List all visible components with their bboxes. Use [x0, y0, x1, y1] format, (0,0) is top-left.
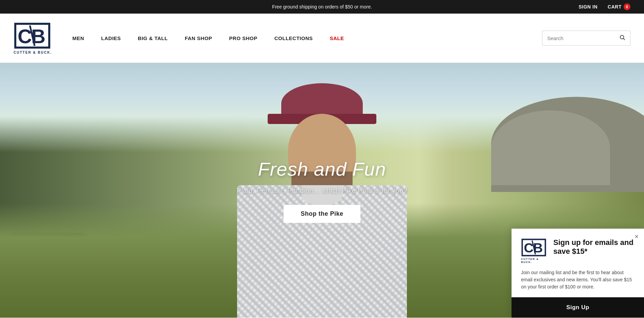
- top-banner: Free ground shipping on orders of $50 or…: [0, 0, 644, 14]
- popup-body: Join our mailing list and be the first t…: [521, 269, 634, 290]
- nav-men[interactable]: MEN: [72, 35, 84, 41]
- popup-title: Sign up for emails and save $15*: [553, 238, 634, 256]
- svg-point-4: [620, 35, 624, 39]
- hero-subtitle: Plaid, Pennant, Pandion... which Pike Po…: [237, 187, 408, 195]
- hero-title: Fresh and Fun: [258, 158, 386, 180]
- sign-in-link[interactable]: SIGN IN: [578, 4, 597, 10]
- nav-pro-shop[interactable]: PRO SHOP: [229, 35, 257, 41]
- logo-icon: C B: [14, 22, 51, 49]
- site-header: C B CUTTER & BUCK. MEN LADIES BIG & TALL…: [0, 14, 644, 63]
- nav-fan-shop[interactable]: FAN SHOP: [185, 35, 212, 41]
- hero-section: Fresh and Fun Plaid, Pennant, Pandion...…: [0, 63, 644, 318]
- nav-sale[interactable]: SALE: [330, 35, 344, 41]
- nav-collections[interactable]: COLLECTIONS: [274, 35, 313, 41]
- popup-signup-button[interactable]: Sign Up: [512, 297, 644, 318]
- cart-label: CART: [608, 4, 622, 10]
- nav-big-tall[interactable]: BIG & TALL: [138, 35, 168, 41]
- cart-link[interactable]: CART 0: [608, 3, 630, 10]
- search-input[interactable]: [547, 35, 619, 41]
- popup-logo: C B CUTTER & BUCK.: [521, 238, 547, 264]
- email-popup: × C B CUTTER & BUCK. Sign up for emails …: [512, 229, 644, 318]
- popup-header: C B CUTTER & BUCK. Sign up for emails an…: [521, 238, 634, 264]
- search-box: [542, 31, 630, 46]
- nav-ladies[interactable]: LADIES: [101, 35, 121, 41]
- popup-logo-icon: C B: [521, 238, 547, 257]
- cart-count: 0: [624, 3, 630, 10]
- shop-pike-button[interactable]: Shop the Pike: [284, 205, 360, 223]
- logo-text: CUTTER & BUCK.: [14, 51, 52, 54]
- main-nav: MEN LADIES BIG & TALL FAN SHOP PRO SHOP …: [72, 35, 542, 41]
- logo-link[interactable]: C B CUTTER & BUCK.: [14, 22, 52, 54]
- popup-logo-text: CUTTER & BUCK.: [521, 258, 547, 264]
- banner-message: Free ground shipping on orders of $50 or…: [272, 4, 372, 10]
- svg-line-5: [623, 38, 625, 40]
- popup-close-button[interactable]: ×: [634, 233, 639, 241]
- search-button[interactable]: [619, 34, 625, 42]
